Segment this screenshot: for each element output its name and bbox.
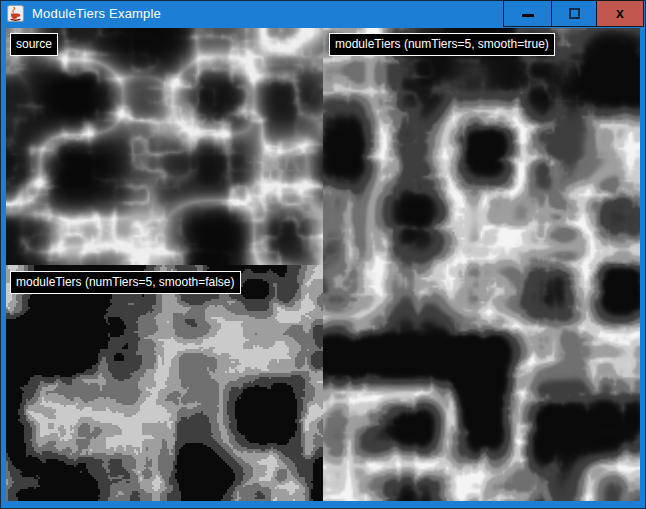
java-app-icon: [7, 5, 24, 22]
window-controls: x: [503, 0, 644, 27]
tiers-hard-noise-image: [6, 265, 323, 501]
tiers-hard-label: moduleTiers (numTiers=5, smooth=false): [10, 271, 241, 294]
close-button[interactable]: x: [596, 0, 644, 27]
panel-tiers-smooth: moduleTiers (numTiers=5, smooth=true): [323, 28, 640, 501]
close-icon: x: [616, 6, 624, 22]
maximize-button[interactable]: [551, 0, 597, 27]
minimize-icon: [522, 14, 534, 17]
maximize-icon: [569, 8, 580, 19]
source-label: source: [10, 33, 58, 56]
minimize-button[interactable]: [503, 0, 552, 27]
panel-source: source: [6, 28, 323, 265]
app-window: ModuleTiers Example x source moduleTiers…: [0, 0, 646, 509]
tiers-smooth-noise-image: [323, 28, 640, 501]
panel-tiers-hard: moduleTiers (numTiers=5, smooth=false): [6, 265, 323, 501]
source-noise-image: [6, 28, 323, 265]
window-titlebar[interactable]: ModuleTiers Example x: [0, 0, 646, 28]
tiers-smooth-label: moduleTiers (numTiers=5, smooth=true): [329, 33, 555, 56]
render-canvas-area: source moduleTiers (numTiers=5, smooth=f…: [6, 28, 640, 501]
window-title: ModuleTiers Example: [32, 0, 161, 27]
